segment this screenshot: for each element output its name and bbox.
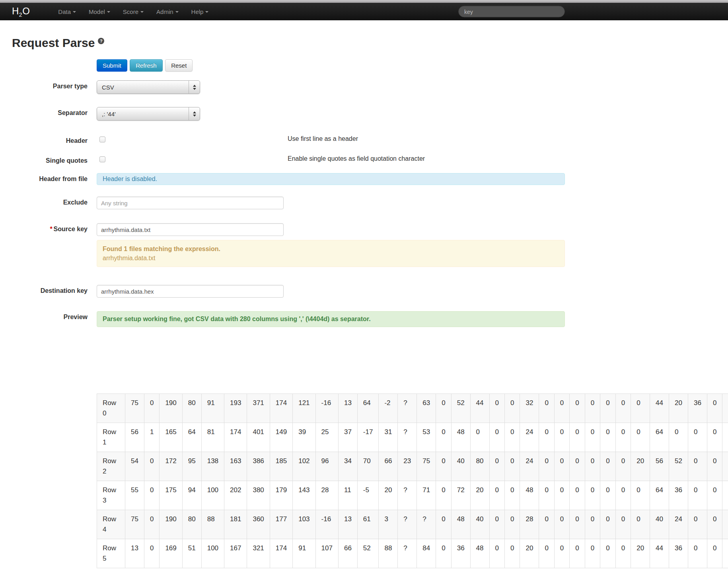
table-cell: 28 (520, 510, 539, 539)
nav-item-model[interactable]: Model (82, 3, 117, 20)
table-cell: 0 (144, 539, 159, 568)
preview-label: Preview (12, 311, 88, 321)
table-cell: -2 (379, 394, 398, 423)
table-cell: -16 (315, 394, 338, 423)
table-cell: 36 (688, 394, 707, 423)
table-cell: 0 (707, 510, 722, 539)
table-cell: 167 (224, 539, 247, 568)
table-cell: 0 (631, 481, 650, 510)
table-cell: 20 (631, 452, 650, 481)
table-cell: 0 (436, 481, 451, 510)
table-cell: 0 (631, 423, 650, 452)
table-cell: 100 (201, 481, 224, 510)
table-cell: 48 (451, 510, 470, 539)
table-cell: 44 (650, 539, 669, 568)
table-cell: 0 (144, 452, 159, 481)
table-cell: 0 (615, 510, 631, 539)
caret-down-icon (107, 11, 110, 13)
nav-item-help[interactable]: Help (185, 3, 215, 20)
table-cell: 0 (631, 394, 650, 423)
table-cell: 138 (201, 452, 224, 481)
source-key-input[interactable] (97, 223, 284, 236)
header-checkbox[interactable] (99, 136, 105, 142)
preview-table: Row 07501908091193371174121-161364-2?630… (97, 394, 728, 568)
nav-item-admin[interactable]: Admin (150, 3, 185, 20)
window-top-strip (0, 0, 728, 3)
table-cell: 0 (504, 423, 520, 452)
table-cell: 169 (160, 539, 182, 568)
page-title: Request Parse? (12, 36, 728, 50)
table-cell: 0 (504, 539, 520, 568)
table-cell: 13 (125, 539, 144, 568)
table-cell: 40 (722, 452, 728, 481)
table-cell: 0 (144, 394, 159, 423)
row-label: Row 1 (97, 423, 125, 452)
table-cell: 0 (436, 539, 451, 568)
header-label: Header (12, 135, 88, 144)
table-cell: 0 (539, 394, 554, 423)
table-cell: 0 (504, 394, 520, 423)
table-cell: 40 (470, 510, 489, 539)
table-cell: 103 (293, 510, 315, 539)
table-cell: 0 (570, 510, 585, 539)
app-logo[interactable]: H2O (12, 6, 30, 18)
parser-type-select[interactable]: CSV (97, 80, 200, 94)
table-cell: 386 (247, 452, 270, 481)
warning-title: Found 1 files matching the expression. (103, 244, 559, 253)
table-cell: 64 (650, 423, 669, 452)
reset-button[interactable]: Reset (165, 59, 193, 72)
table-cell: 185 (270, 452, 292, 481)
parser-type-value: CSV (97, 81, 189, 94)
table-cell: 0 (436, 423, 451, 452)
table-cell: 24 (722, 423, 728, 452)
refresh-button[interactable]: Refresh (130, 59, 163, 72)
destination-key-label: Destination key (12, 285, 88, 294)
navbar-search-input[interactable] (458, 6, 565, 18)
table-cell: 48 (451, 423, 470, 452)
table-cell: 0 (436, 394, 451, 423)
source-key-label: *Source key (12, 223, 88, 233)
table-cell: 0 (570, 481, 585, 510)
table-cell: 0 (615, 394, 631, 423)
nav-item-score[interactable]: Score (117, 3, 150, 20)
table-cell: 80 (182, 394, 201, 423)
table-cell: 190 (160, 394, 182, 423)
table-cell: 20 (669, 394, 688, 423)
table-cell: 0 (600, 539, 615, 568)
table-cell: 149 (270, 423, 292, 452)
table-cell: 52 (357, 539, 379, 568)
table-row: Row 51301695110016732117491107665288?840… (97, 539, 728, 568)
submit-button[interactable]: Submit (97, 59, 127, 72)
destination-key-input[interactable] (97, 285, 284, 298)
select-spinner-icon (189, 81, 200, 94)
table-cell: -16 (315, 510, 338, 539)
single-quotes-checkbox[interactable] (99, 156, 105, 162)
table-row: Row 254017295138163386185102963470662375… (97, 452, 728, 481)
table-cell: 193 (224, 394, 247, 423)
table-cell: 107 (315, 539, 338, 568)
table-cell: 44 (650, 394, 669, 423)
separator-select[interactable]: ,: '44' (97, 107, 200, 121)
table-cell: 48 (470, 539, 489, 568)
nav-item-data[interactable]: Data (52, 3, 82, 20)
table-cell: 24 (722, 510, 728, 539)
exclude-input[interactable] (97, 197, 284, 209)
table-cell: 80 (182, 510, 201, 539)
table-cell: 0 (504, 452, 520, 481)
caret-down-icon (205, 11, 208, 13)
table-cell: 143 (293, 481, 315, 510)
table-cell: 11 (338, 481, 357, 510)
table-cell: 0 (707, 539, 722, 568)
help-icon[interactable]: ? (98, 38, 104, 44)
table-cell: 28 (722, 394, 728, 423)
table-cell: 179 (270, 481, 292, 510)
table-cell: 39 (293, 423, 315, 452)
table-cell: 0 (489, 394, 504, 423)
table-cell: 0 (570, 423, 585, 452)
table-cell: 94 (182, 481, 201, 510)
table-cell: 34 (338, 452, 357, 481)
table-cell: 360 (247, 510, 270, 539)
table-cell: 88 (379, 539, 398, 568)
table-cell: 72 (451, 481, 470, 510)
table-cell: 0 (436, 510, 451, 539)
